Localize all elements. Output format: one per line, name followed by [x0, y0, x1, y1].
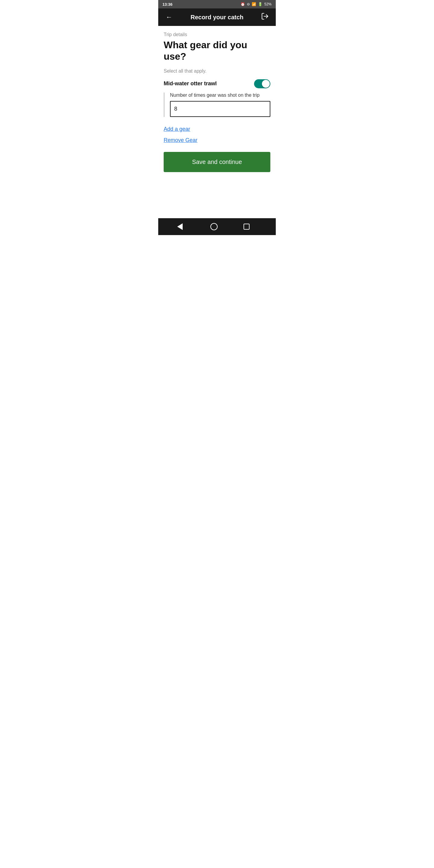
alarm-icon: ⏰	[241, 2, 245, 6]
dnd-icon: ⊖	[247, 2, 250, 6]
status-icons: ⏰ ⊖ 📶 🔋 52%	[241, 2, 272, 6]
back-triangle-icon	[177, 223, 183, 230]
add-gear-link[interactable]: Add a gear	[164, 126, 270, 132]
toggle-thumb	[262, 80, 270, 88]
nav-bar: ← Record your catch	[158, 8, 276, 26]
nav-title: Record your catch	[175, 14, 259, 21]
battery-icon: 🔋	[258, 2, 262, 6]
gear-name: Mid-water otter trawl	[164, 81, 217, 87]
battery-percent: 52%	[264, 2, 272, 6]
bottom-recent-button[interactable]	[244, 224, 257, 230]
home-circle-icon	[210, 223, 218, 230]
links-section: Add a gear Remove Gear	[164, 126, 270, 144]
status-bar: 13:36 ⏰ ⊖ 📶 🔋 52%	[158, 0, 276, 8]
bottom-home-button[interactable]	[210, 223, 224, 230]
back-button[interactable]: ←	[164, 13, 175, 21]
gear-detail-label: Number of times gear was shot on the tri…	[170, 93, 270, 98]
gear-shots-input[interactable]	[170, 101, 270, 117]
gear-row: Mid-water otter trawl	[164, 79, 270, 88]
gear-toggle[interactable]	[254, 79, 270, 88]
save-continue-button[interactable]: Save and continue	[164, 152, 270, 172]
status-time: 13:36	[162, 2, 173, 7]
logout-button[interactable]	[259, 12, 270, 22]
trip-details-label: Trip details	[164, 32, 270, 37]
recent-square-icon	[244, 224, 250, 230]
select-instruction: Select all that apply.	[164, 68, 270, 74]
remove-gear-link[interactable]: Remove Gear	[164, 137, 270, 144]
page-heading: What gear did you use?	[164, 39, 270, 62]
bottom-nav	[158, 218, 276, 235]
toggle-track	[254, 79, 270, 88]
main-content: Trip details What gear did you use? Sele…	[158, 26, 276, 218]
signal-icon: 📶	[252, 2, 256, 6]
bottom-back-button[interactable]	[177, 223, 190, 230]
gear-detail-section: Number of times gear was shot on the tri…	[164, 93, 270, 117]
